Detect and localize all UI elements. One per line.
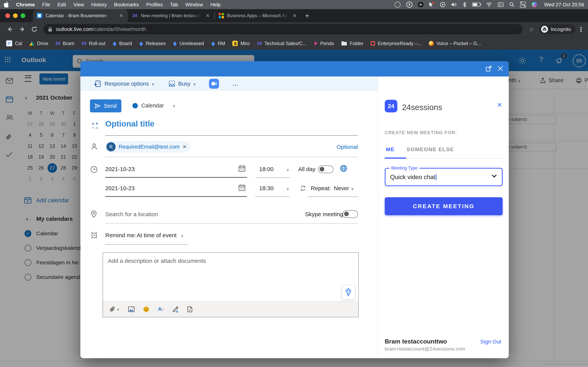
popout-icon[interactable] — [485, 65, 492, 72]
datepicker-calendar-icon[interactable] — [239, 165, 245, 172]
close-window-button[interactable] — [5, 13, 10, 18]
end-date-input[interactable]: 2021-10-23 — [105, 185, 135, 192]
address-bar[interactable]: outlook.live.com/calendar/0/view/month — [43, 24, 523, 34]
tab-close-icon[interactable]: ✕ — [205, 13, 211, 19]
onepassword-icon[interactable] — [406, 1, 413, 8]
tab-business-apps[interactable]: Business Apps – Microsoft Ap ✕ — [215, 9, 301, 22]
draw-pen-button[interactable] — [172, 306, 179, 313]
all-day-toggle[interactable] — [318, 166, 333, 173]
busy-selector[interactable]: Busy — [178, 81, 190, 87]
timezone-globe-icon[interactable] — [340, 165, 347, 172]
menubar-item-profiles[interactable]: Profiles — [146, 2, 163, 8]
attach-file-button[interactable]: ∨ — [110, 306, 120, 313]
bookmark-drive[interactable]: Drive — [29, 41, 48, 46]
bookmark-rm[interactable]: ◆RM — [211, 41, 225, 46]
response-options-button[interactable]: Response options — [104, 81, 149, 87]
location-input[interactable]: Search for a location — [105, 211, 158, 217]
editor-gem-card[interactable] — [342, 285, 355, 299]
panel-close-icon[interactable]: ✕ — [497, 102, 502, 108]
apple-menu-icon[interactable] — [4, 2, 9, 8]
insert-document-button[interactable] — [187, 306, 192, 313]
menubar-item-chrome[interactable]: Chrome — [16, 2, 35, 8]
datepicker-calendar-icon[interactable] — [239, 184, 245, 191]
optional-attendees-link[interactable]: Optional — [337, 144, 358, 150]
send-button[interactable]: Send — [90, 100, 121, 112]
start-time-input[interactable]: 18:00 — [259, 166, 274, 172]
calendar-selector[interactable]: Calendar ∨ — [132, 102, 175, 109]
chevron-down-icon[interactable]: ∨ — [181, 234, 183, 238]
skype-meeting-toggle[interactable] — [343, 210, 358, 218]
chevron-down-icon[interactable]: ∨ — [351, 187, 354, 191]
event-emoji-picker-icon[interactable]: ⊘♥+∞ — [91, 122, 99, 130]
bookmark-bram[interactable]: 24Bram — [55, 41, 74, 46]
back-button[interactable] — [7, 26, 13, 33]
start-date-input[interactable]: 2021-10-23 — [105, 166, 135, 172]
meeting-type-select[interactable]: Meeting Type Quick video chat — [385, 168, 503, 186]
siri-icon[interactable] — [532, 2, 537, 7]
tab-calendar[interactable]: Calendar - Bram Bouwmeister ✕ — [33, 9, 128, 22]
more-options-button[interactable]: ... — [233, 81, 239, 87]
remind-value[interactable]: At time of event — [137, 232, 176, 239]
adobe-cc-icon[interactable] — [395, 1, 401, 8]
menubar-item-bookmarks[interactable]: Bookmarks — [114, 2, 139, 8]
play-status-icon[interactable] — [440, 2, 445, 7]
chevron-down-icon[interactable]: ∨ — [286, 187, 289, 191]
minimize-window-button[interactable] — [13, 13, 17, 18]
reload-button[interactable] — [31, 26, 37, 33]
bookmark-releases[interactable]: ◆Releases — [139, 41, 165, 46]
bookmark-roll-out[interactable]: 24Roll-out — [82, 41, 105, 46]
menubar-item-edit[interactable]: Edit — [57, 2, 66, 8]
emoji-button[interactable] — [143, 306, 149, 313]
attendee-chip[interactable]: R RequiredEmail@test.com ✕ — [105, 141, 190, 152]
remove-attendee-icon[interactable]: ✕ — [183, 144, 186, 150]
browser-menu-button[interactable]: ••• — [580, 26, 582, 32]
font-color-button[interactable]: A — [158, 306, 164, 312]
control-center-icon[interactable] — [520, 1, 526, 8]
bookmark-star-icon[interactable]: ☆ — [529, 26, 534, 33]
menubar-item-help[interactable]: Help — [210, 2, 221, 8]
bookmark-unreleased[interactable]: ◆Unreleased — [173, 41, 204, 46]
traffic-lights[interactable] — [5, 13, 25, 18]
bookmark-cal[interactable]: 27Cal — [6, 40, 22, 46]
bookmark-board[interactable]: ◆Board — [113, 41, 132, 46]
forward-button[interactable] — [19, 26, 26, 33]
volume-icon[interactable] — [451, 2, 457, 7]
miro-icon: ))) — [232, 41, 238, 46]
input-source-icon[interactable] — [498, 2, 504, 7]
fullscreen-window-button[interactable] — [21, 13, 25, 18]
chevron-down-icon[interactable]: ∨ — [286, 167, 289, 172]
24sessions-icon: 24 — [82, 41, 86, 46]
description-editor[interactable]: Add a description or attach documents ∨ — [103, 252, 359, 317]
tab-close-icon[interactable]: ✕ — [292, 13, 297, 19]
menubar-item-file[interactable]: File — [42, 2, 50, 8]
wifi-icon[interactable] — [486, 2, 492, 7]
menubar-item-history[interactable]: History — [91, 2, 107, 8]
bluetooth-icon[interactable] — [463, 2, 467, 7]
bookmark-technical-sales[interactable]: 24Technical Sales/C... — [257, 41, 306, 46]
title-input[interactable]: Optional title — [105, 119, 155, 128]
repeat-value[interactable]: Never — [334, 185, 349, 192]
menubar-clock[interactable]: Wed 27 Oct 20:56 — [544, 2, 584, 8]
menubar-item-view[interactable]: View — [73, 2, 84, 8]
bookmark-folder[interactable]: Folder — [341, 41, 363, 46]
loom-icon[interactable] — [418, 2, 423, 7]
end-time-input[interactable]: 18:30 — [259, 185, 274, 192]
new-tab-button[interactable]: + — [305, 12, 309, 20]
bookmark-voice-pocket[interactable]: Voice – Pocket – G... — [429, 41, 481, 46]
create-meeting-button[interactable]: CREATE MEETING — [385, 197, 503, 215]
tab-close-icon[interactable]: ✕ — [118, 13, 124, 19]
insert-image-button[interactable] — [128, 306, 135, 312]
zoom-meeting-button[interactable] — [209, 79, 219, 89]
bookmark-miro[interactable]: )))Miro — [232, 41, 250, 46]
spotlight-icon[interactable] — [509, 2, 514, 7]
menubar-item-tab[interactable]: Tab — [170, 2, 178, 8]
sign-out-link[interactable]: Sign Out — [480, 339, 501, 345]
bookmark-pendo[interactable]: Pendo — [314, 41, 334, 46]
tab-someone-else[interactable]: SOMEONE ELSE — [406, 146, 454, 152]
dialog-close-icon[interactable] — [497, 65, 503, 72]
tab-me[interactable]: ME — [386, 146, 395, 152]
bookmark-enterpriseready[interactable]: EnterpriseReady –... — [371, 41, 422, 46]
menubar-item-window[interactable]: Window — [185, 2, 203, 8]
screen-record-cursor-icon[interactable] — [429, 2, 434, 7]
tab-new-meeting[interactable]: 24 New meeting | Bram testaccou ✕ — [128, 9, 214, 22]
